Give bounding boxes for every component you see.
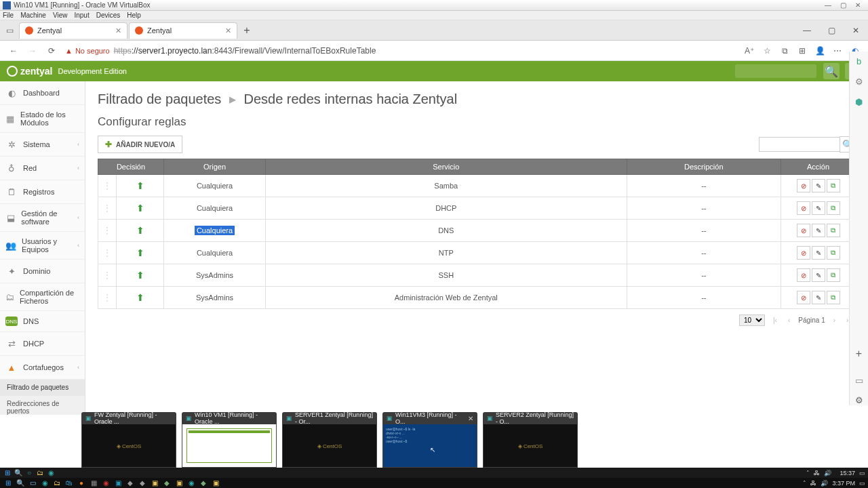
edit-button[interactable]: ✎	[812, 201, 825, 215]
edit-button[interactable]: ✎	[812, 291, 825, 304]
clone-button[interactable]: ⧉	[827, 179, 840, 192]
delete-button[interactable]: ⊘	[797, 246, 810, 260]
host-chrome-icon[interactable]: ◉	[100, 479, 111, 488]
delete-button[interactable]: ⊘	[797, 224, 810, 237]
taskbar-thumbnail[interactable]: ▣ SERVER1 Zentyal [Running] - Or... ◈ Ce…	[282, 412, 377, 468]
host-vbox-icon[interactable]: ▣	[113, 479, 123, 488]
tab-2-close[interactable]: ✕	[225, 26, 231, 35]
sidebar-item-ficheros[interactable]: 🗂 Compartición de Ficheros	[0, 283, 85, 311]
drag-handle[interactable]: ⋮	[98, 242, 117, 264]
url-field[interactable]: https://server1.proyecto.lan:8443/Firewa…	[114, 46, 741, 56]
taskbar-thumbnail[interactable]: ▣ SERVER2 Zentyal [Running] - O... ◈ Cen…	[483, 412, 578, 468]
sidebar-item-dns[interactable]: DNS DNS	[0, 311, 85, 332]
menu-icon[interactable]: ⋯	[829, 46, 846, 56]
host-app4-icon[interactable]: ◆	[161, 479, 172, 488]
sidebar-sub-filtrado[interactable]: Filtrado de paquetes	[0, 380, 85, 396]
new-tab-button[interactable]: +	[239, 22, 255, 39]
read-aloud-icon[interactable]: A⁺	[741, 46, 758, 56]
menu-help[interactable]: Help	[127, 12, 141, 19]
profile-icon[interactable]: 👤	[811, 46, 829, 56]
sidebar-item-dashboard[interactable]: ◐ Dashboard	[0, 81, 85, 105]
thumbnail-close[interactable]: ✕	[468, 415, 473, 422]
edit-button[interactable]: ✎	[812, 179, 825, 192]
host-edge-icon[interactable]: ◉	[39, 479, 50, 488]
start-button[interactable]: ⊞	[3, 468, 12, 478]
add-new-button[interactable]: ✚ AÑADIR NUEVO/A	[98, 136, 182, 153]
sidebar-hide-icon[interactable]: ▭	[854, 375, 865, 386]
sidebar-item-cortafuegos[interactable]: ▲ Cortafuegos ‹	[0, 356, 85, 380]
sidebar-item-sistema[interactable]: ✲ Sistema ‹	[0, 133, 85, 157]
clone-button[interactable]: ⧉	[827, 291, 840, 304]
clone-button[interactable]: ⧉	[827, 224, 840, 237]
table-search-input[interactable]	[759, 137, 840, 152]
taskbar-thumbnail[interactable]: ▣ FW Zentyal [Running] - Oracle ... ◈ Ce…	[81, 412, 176, 468]
menu-machine[interactable]: Machine	[20, 12, 46, 19]
menu-devices[interactable]: Devices	[96, 12, 121, 19]
host-app-icon[interactable]: ◆	[125, 479, 136, 488]
host-app2-icon[interactable]: ◆	[137, 479, 148, 488]
bing-icon[interactable]: b	[854, 56, 865, 66]
security-badge[interactable]: ▲ No seguro	[65, 47, 110, 55]
sidebar-item-usuarios[interactable]: 👥 Usuarios y Equipos ‹	[0, 232, 85, 260]
edit-button[interactable]: ✎	[812, 268, 825, 282]
refresh-button[interactable]: ⟳	[42, 46, 61, 56]
clone-button[interactable]: ⧉	[827, 246, 840, 260]
pager-prev[interactable]: ‹	[785, 317, 793, 324]
page-size-select[interactable]: 10	[739, 314, 765, 326]
sidebar-item-dominio[interactable]: ✦ Dominio	[0, 260, 85, 283]
search-icon[interactable]: 🔍	[14, 468, 23, 478]
browser-min-button[interactable]: —	[795, 26, 819, 35]
menu-input[interactable]: Input	[74, 12, 89, 19]
host-tray-vol[interactable]: 🔊	[821, 480, 828, 487]
host-firefox-icon[interactable]: ●	[76, 479, 87, 488]
tab-1-close[interactable]: ✕	[115, 26, 121, 35]
edit-button[interactable]: ✎	[812, 224, 825, 237]
pager-next[interactable]: ›	[831, 317, 838, 324]
back-button[interactable]: ←	[4, 46, 23, 56]
favorites-icon[interactable]: ☆	[758, 46, 776, 56]
host-notifications[interactable]: ▭	[859, 480, 865, 487]
tray-chevron-icon[interactable]: ˄	[806, 470, 810, 476]
zentyal-logo[interactable]: zentyal	[7, 66, 52, 77]
vbox-close-button[interactable]: ✕	[850, 1, 865, 9]
tab-2[interactable]: Zentyal ✕	[129, 22, 237, 39]
cortana-icon[interactable]: ○	[24, 468, 34, 478]
tray-volume-icon[interactable]: 🔊	[824, 470, 831, 476]
host-taskview-icon[interactable]: ▭	[27, 479, 38, 488]
host-tray-chevron[interactable]: ˄	[803, 480, 806, 487]
delete-button[interactable]: ⊘	[797, 179, 810, 192]
clone-button[interactable]: ⧉	[827, 201, 840, 215]
guest-clock[interactable]: 15:37	[840, 470, 855, 476]
sidebar-item-software[interactable]: ⬓ Gestión de software ‹	[0, 204, 85, 232]
vbox-max-button[interactable]: ▢	[835, 1, 850, 9]
delete-button[interactable]: ⊘	[797, 291, 810, 304]
host-tray-net[interactable]: 🖧	[810, 480, 816, 487]
edge-icon[interactable]: ◉	[46, 468, 56, 478]
sidebar-item-registros[interactable]: 🗒 Registros	[0, 180, 85, 204]
delete-button[interactable]: ⊘	[797, 268, 810, 282]
clone-button[interactable]: ⧉	[827, 268, 840, 282]
sidebar-item-dhcp[interactable]: ⇄ DHCP	[0, 332, 85, 356]
sidebar-add-button[interactable]: +	[856, 348, 862, 360]
tab-overview-button[interactable]: ▭	[0, 26, 19, 35]
edit-button[interactable]: ✎	[812, 246, 825, 260]
split-icon[interactable]: ⧉	[776, 46, 793, 56]
drag-handle[interactable]: ⋮	[98, 264, 117, 287]
vbox-min-button[interactable]: —	[821, 1, 835, 9]
drag-handle[interactable]: ⋮	[98, 287, 117, 309]
host-search-icon[interactable]: 🔍	[15, 479, 26, 488]
delete-button[interactable]: ⊘	[797, 201, 810, 215]
taskbar-thumbnail[interactable]: ▣ Win11VM3 [Running] - O... ✕ user@host:…	[382, 412, 477, 468]
tools-icon[interactable]: ⚙	[854, 76, 865, 87]
taskbar-thumbnail[interactable]: ▣ Win10 VM1 [Running] - Oracle ...	[182, 412, 277, 468]
drag-handle[interactable]: ⋮	[98, 175, 117, 197]
host-store-icon[interactable]: 🛍	[64, 479, 75, 488]
browser-close-button[interactable]: ✕	[844, 26, 868, 35]
tray-network-icon[interactable]: 🖧	[814, 470, 820, 476]
drag-handle[interactable]: ⋮	[98, 220, 117, 242]
host-calc-icon[interactable]: ▦	[88, 479, 99, 488]
host-app7-icon[interactable]: ◆	[198, 479, 209, 488]
collections-icon[interactable]: ⊞	[793, 46, 811, 56]
host-clock[interactable]: 3:37 PM	[832, 480, 855, 487]
tab-1[interactable]: Zentyal ✕	[19, 22, 127, 39]
